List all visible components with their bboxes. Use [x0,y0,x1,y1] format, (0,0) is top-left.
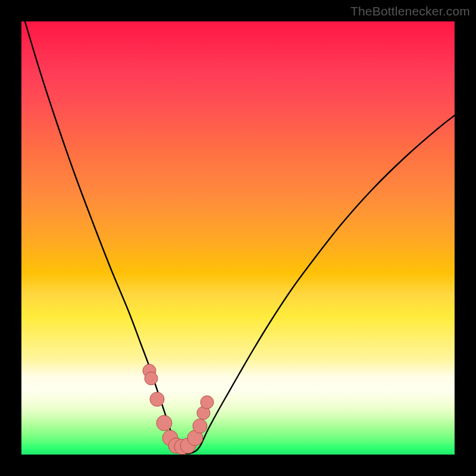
attribution-text: TheBottlenecker.com [350,4,470,18]
chart-frame: TheBottlenecker.com [0,0,476,476]
curve-marker [145,372,158,385]
curve-marker [193,419,207,433]
plot-area [21,21,455,455]
curve-layer [21,21,455,455]
curve-marker [150,392,164,406]
bottleneck-curve [21,21,455,453]
curve-marker [156,415,172,431]
curve-marker [201,396,214,409]
